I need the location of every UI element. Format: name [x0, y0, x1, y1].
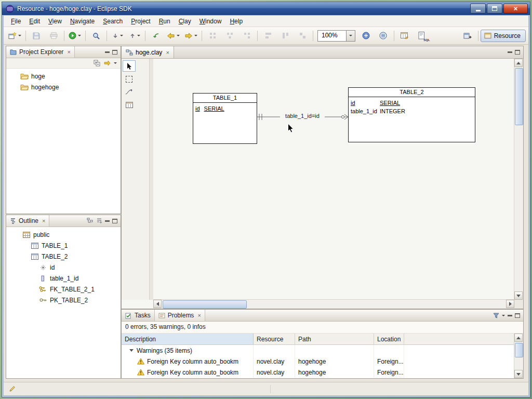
problems-row[interactable]: Foreign Key column auto_bookm novel.clay… [122, 367, 523, 378]
scroll-down-button[interactable] [514, 291, 523, 300]
run-dropdown-icon[interactable] [78, 35, 81, 36]
back-button[interactable] [165, 30, 182, 42]
menu-project[interactable]: Project [127, 17, 154, 26]
minimize-view-icon[interactable] [105, 51, 110, 53]
run-last-tool-button[interactable] [66, 30, 83, 42]
problems-vertical-scrollbar[interactable] [514, 334, 523, 378]
outline-item-table1[interactable]: TABLE_1 [6, 240, 121, 251]
editor-tab-close-icon[interactable]: × [166, 49, 169, 56]
palette-select-tool[interactable] [123, 60, 136, 72]
next-annotation-dropdown-icon[interactable] [120, 35, 123, 36]
outline-item-public[interactable]: public [6, 229, 121, 240]
next-annotation-button[interactable] [109, 30, 126, 42]
er-column-row[interactable]: idSERIAL [351, 99, 473, 107]
resource-perspective-button[interactable]: Resource [481, 30, 526, 42]
outline-item-table2[interactable]: TABLE_2 [6, 251, 121, 262]
scroll-left-button[interactable] [153, 300, 162, 308]
relationship-label[interactable]: table_1_id=id [280, 113, 325, 119]
titlebar[interactable]: Resource - hoge/hoge.clay - Eclipse SDK … [2, 2, 530, 15]
export-ddl-button[interactable]: SQL [414, 30, 430, 42]
diagram-canvas[interactable]: TABLE_1 idSERIAL TABLE_2 [153, 59, 514, 300]
project-explorer-tab[interactable]: Project Explorer × [6, 46, 75, 58]
column-header-location[interactable]: Location [374, 334, 404, 344]
align-right-button[interactable] [238, 30, 255, 42]
new-dropdown-icon[interactable] [18, 35, 21, 36]
outline-item-pk[interactable]: PK_TABLE_2 [6, 295, 121, 305]
back-dropdown-icon[interactable] [177, 35, 180, 36]
maximize-view-icon[interactable] [515, 50, 520, 55]
column-header-description[interactable]: Description [122, 334, 254, 344]
editor-tab-hoge-clay[interactable]: hoge.clay × [122, 46, 174, 58]
vertical-scroll-thumb[interactable] [515, 68, 523, 125]
maximize-view-icon[interactable] [515, 313, 520, 318]
sort-icon[interactable] [96, 218, 102, 224]
problems-group-row[interactable]: Warnings (35 items) [122, 345, 523, 356]
column-header-path[interactable]: Path [295, 334, 374, 344]
print-button[interactable] [45, 30, 62, 42]
open-perspective-button[interactable] [459, 30, 476, 42]
expander-icon[interactable] [129, 349, 134, 352]
overview-button[interactable] [358, 30, 375, 42]
tree-item-hogehoge[interactable]: hogehoge [6, 82, 121, 92]
outline-item-fk[interactable]: FK_TABLE_2_1 [6, 284, 121, 295]
outline-item-id[interactable]: id [6, 262, 121, 273]
problems-tab[interactable]: Problems × [155, 310, 205, 321]
tree-mode-icon[interactable] [87, 218, 94, 224]
editor-vertical-scrollbar[interactable] [514, 59, 523, 300]
vertical-scroll-thumb[interactable] [515, 343, 523, 357]
scroll-up-button[interactable] [514, 59, 523, 67]
menu-navigate[interactable]: Navigate [66, 17, 99, 26]
outline-close-icon[interactable]: × [42, 218, 45, 224]
match-size-button[interactable] [294, 30, 311, 42]
er-table-table2[interactable]: TABLE_2 idSERIAL table_1_idINTEGER [348, 87, 475, 142]
menu-edit[interactable]: Edit [25, 17, 44, 26]
er-column-row[interactable]: idSERIAL [195, 104, 255, 113]
minimize-view-icon[interactable] [105, 220, 110, 222]
match-height-button[interactable] [277, 30, 294, 42]
maximize-view-icon[interactable] [112, 219, 117, 223]
menu-run[interactable]: Run [155, 17, 175, 26]
edit-table-button[interactable] [396, 30, 413, 42]
editor-horizontal-scrollbar[interactable] [153, 299, 514, 309]
scroll-down-button[interactable] [514, 370, 523, 378]
match-width-button[interactable] [260, 30, 276, 42]
project-explorer-close-icon[interactable]: × [67, 49, 70, 55]
tasks-tab[interactable]: Tasks [122, 310, 155, 321]
maximize-button[interactable] [487, 4, 502, 14]
problems-tab-close-icon[interactable]: × [197, 312, 201, 318]
filter-icon[interactable] [493, 312, 499, 318]
view-menu-icon[interactable] [114, 62, 117, 64]
palette-table-tool[interactable] [123, 99, 136, 111]
problems-row[interactable]: Foreign Key column auto_bookm novel.clay… [122, 356, 523, 367]
snap-to-grid-button[interactable] [375, 30, 392, 42]
collapse-all-icon[interactable] [94, 60, 100, 66]
minimize-view-icon[interactable] [508, 315, 512, 316]
search-button[interactable] [88, 30, 104, 42]
er-table-table1[interactable]: TABLE_1 idSERIAL [193, 93, 257, 144]
er-column-row[interactable]: table_1_idINTEGER [351, 107, 473, 115]
minimize-button[interactable] [470, 4, 486, 14]
horizontal-scroll-thumb[interactable] [163, 300, 247, 309]
maximize-view-icon[interactable] [112, 50, 117, 55]
previous-annotation-dropdown-icon[interactable] [137, 35, 140, 36]
last-edit-location-button[interactable] [148, 30, 164, 42]
zoom-dropdown-button[interactable] [346, 31, 355, 41]
close-button[interactable]: × [503, 4, 528, 14]
new-wizard-button[interactable] [6, 30, 23, 42]
link-with-editor-icon[interactable] [103, 60, 111, 66]
outline-item-table1id[interactable]: table_1_id [6, 273, 121, 284]
align-center-button[interactable] [221, 30, 238, 42]
tree-item-hoge[interactable]: hoge [6, 71, 121, 82]
menu-help[interactable]: Help [225, 17, 247, 26]
palette-scrollbar[interactable] [149, 59, 153, 300]
save-button[interactable] [28, 30, 45, 42]
menu-clay[interactable]: Clay [175, 17, 195, 26]
align-left-button[interactable] [204, 30, 221, 42]
outline-tab[interactable]: Outline × [6, 215, 49, 227]
forward-button[interactable] [182, 30, 200, 42]
scroll-up-button[interactable] [514, 334, 523, 342]
scroll-right-button[interactable] [506, 300, 514, 308]
menu-search[interactable]: Search [99, 17, 127, 26]
minimize-view-icon[interactable] [508, 51, 512, 53]
menu-view[interactable]: View [44, 17, 66, 26]
